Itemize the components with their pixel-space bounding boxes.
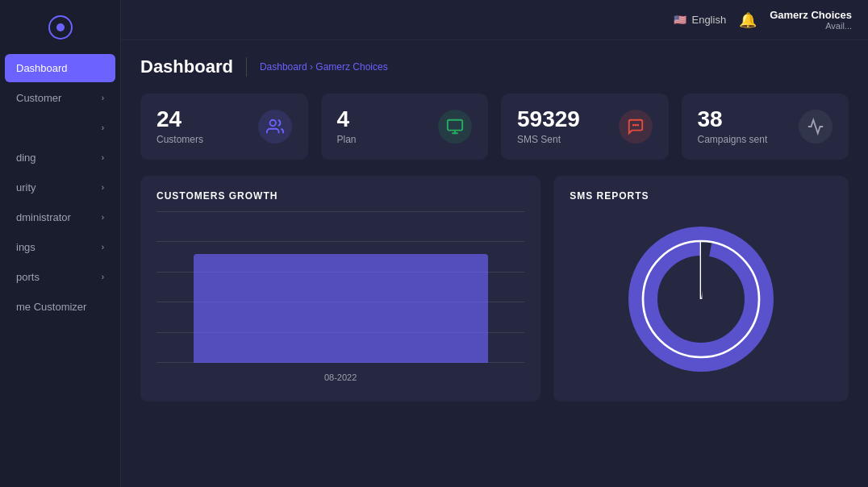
charts-row: CUSTOMERS GROWTH (140, 176, 849, 402)
notification-bell-icon[interactable]: 🔔 (739, 11, 757, 29)
chevron-right-icon: › (102, 94, 104, 102)
chevron-right-icon: › (102, 273, 104, 281)
page-title: Dashboard (140, 56, 233, 77)
svg-point-2 (269, 120, 275, 126)
breadcrumb-home[interactable]: Dashboard (260, 61, 307, 73)
stat-card-sms: 59329 SMS Sent (501, 94, 669, 160)
breadcrumb: Dashboard › Gamerz Choices (260, 61, 388, 73)
sidebar-item-theme-customizer[interactable]: me Customizer (5, 293, 115, 321)
sidebar-item-dashboard[interactable]: Dashboard (5, 54, 115, 82)
chevron-right-icon: › (102, 213, 104, 222)
sms-icon (619, 110, 653, 144)
stat-label-campaigns: Campaigns sent (698, 134, 768, 145)
sidebar: Dashboard Customer › › ding › urity › dm… (0, 0, 121, 487)
sms-reports-chart: SMS REPORTS (553, 176, 849, 402)
breadcrumb-divider (246, 57, 247, 77)
user-name: Gamerz Choices (770, 9, 852, 21)
stat-number-plan: 4 (337, 108, 357, 131)
pie-chart-svg (628, 227, 774, 372)
stat-info-campaigns: 38 Campaigns sent (698, 108, 768, 145)
sidebar-item-administrator[interactable]: dministrator › (5, 203, 115, 231)
sidebar-item-settings[interactable]: ings › (5, 233, 115, 261)
sidebar-item-label: urity (16, 181, 36, 194)
pie-chart-container (570, 211, 833, 387)
stat-card-campaigns: 38 Campaigns sent (682, 94, 849, 160)
page-content: Dashboard Dashboard › Gamerz Choices 24 … (121, 40, 868, 487)
language-selector[interactable]: 🇺🇸 English (674, 14, 726, 26)
campaigns-icon (799, 110, 833, 144)
sms-chart-title: SMS REPORTS (570, 190, 833, 202)
stat-info-plan: 4 Plan (337, 108, 357, 145)
chevron-right-icon: › (102, 243, 104, 252)
user-profile[interactable]: Gamerz Choices Avail... (770, 9, 852, 31)
svg-rect-3 (448, 120, 462, 131)
bar-x-label: 08-2022 (156, 373, 524, 382)
growth-bar (194, 254, 488, 363)
sidebar-item-reports[interactable]: ports › (5, 263, 115, 291)
stat-number-customers: 24 (156, 108, 203, 131)
customers-growth-chart: CUSTOMERS GROWTH (140, 176, 540, 402)
growth-chart-area: 08-2022 (156, 211, 524, 387)
stat-label-customers: Customers (156, 134, 203, 145)
sidebar-item-label: Dashboard (16, 62, 68, 74)
breadcrumb-current: Gamerz Choices (315, 61, 387, 73)
sidebar-item-label: Customer (16, 92, 61, 104)
flag-icon: 🇺🇸 (674, 14, 686, 26)
stat-label-sms: SMS Sent (517, 134, 580, 145)
language-label: English (691, 14, 726, 26)
sidebar-item-label: me Customizer (16, 301, 86, 313)
stat-number-campaigns: 38 (698, 108, 768, 131)
stat-label-plan: Plan (337, 134, 357, 145)
customers-icon (258, 110, 292, 144)
sidebar-item-security[interactable]: urity › (5, 173, 115, 202)
stats-row: 24 Customers 4 Plan (140, 94, 849, 160)
sidebar-item-label: dministrator (16, 211, 71, 223)
stat-card-customers: 24 Customers (140, 94, 308, 160)
chevron-right-icon: › (102, 153, 104, 162)
sidebar-item-label: ings (16, 241, 35, 253)
stat-info-sms: 59329 SMS Sent (517, 108, 580, 145)
plan-icon (438, 110, 472, 144)
chevron-right-icon: › (102, 183, 104, 192)
bar-chart: 08-2022 (156, 211, 524, 387)
bar-container (194, 211, 488, 363)
sidebar-item-2[interactable]: › (5, 114, 115, 142)
sidebar-item-label: ports (16, 271, 40, 283)
page-header: Dashboard Dashboard › Gamerz Choices (140, 56, 849, 77)
svg-point-1 (56, 23, 65, 31)
sidebar-item-label: ding (16, 152, 36, 164)
main-content: 🇺🇸 English 🔔 Gamerz Choices Avail... Das… (121, 0, 868, 487)
user-status: Avail... (825, 21, 852, 31)
growth-chart-title: CUSTOMERS GROWTH (156, 190, 524, 202)
stat-number-sms: 59329 (517, 108, 580, 131)
sidebar-item-label (16, 122, 19, 134)
header: 🇺🇸 English 🔔 Gamerz Choices Avail... (121, 0, 868, 40)
stat-info-customers: 24 Customers (156, 108, 203, 145)
stat-card-plan: 4 Plan (321, 94, 489, 160)
sidebar-item-customer[interactable]: Customer › (5, 84, 115, 112)
sidebar-item-billing[interactable]: ding › (5, 144, 115, 172)
sidebar-logo (0, 6, 120, 53)
chevron-right-icon: › (102, 123, 104, 132)
